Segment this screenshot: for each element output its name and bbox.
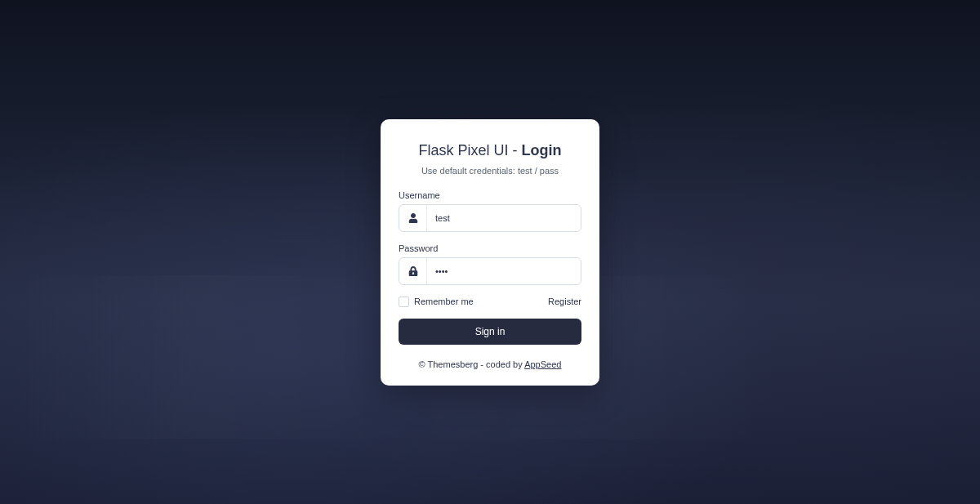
password-input[interactable] [427,258,581,284]
footer-prefix: © Themesberg - coded by [419,359,525,369]
remember-me-checkbox[interactable] [399,297,409,307]
form-options-row: Remember me Register [399,297,581,307]
user-icon [399,205,427,231]
credentials-hint: Use default credentials: test / pass [399,166,581,176]
appseed-link[interactable]: AppSeed [524,359,561,369]
signin-button[interactable]: Sign in [399,319,581,345]
password-input-group [399,257,581,285]
password-label: Password [399,243,581,253]
username-label: Username [399,190,581,200]
username-input[interactable] [427,205,581,231]
title-separator: - [509,142,522,158]
remember-me-wrap: Remember me [399,297,474,307]
brand-name: Flask Pixel UI [418,142,508,158]
register-link[interactable]: Register [548,297,581,306]
remember-me-label: Remember me [414,297,474,306]
username-input-group [399,204,581,232]
login-card: Flask Pixel UI - Login Use default crede… [381,119,599,386]
page-name: Login [522,142,562,158]
footer-credits: © Themesberg - coded by AppSeed [399,359,581,369]
page-title: Flask Pixel UI - Login [399,142,581,159]
lock-icon [399,258,427,284]
